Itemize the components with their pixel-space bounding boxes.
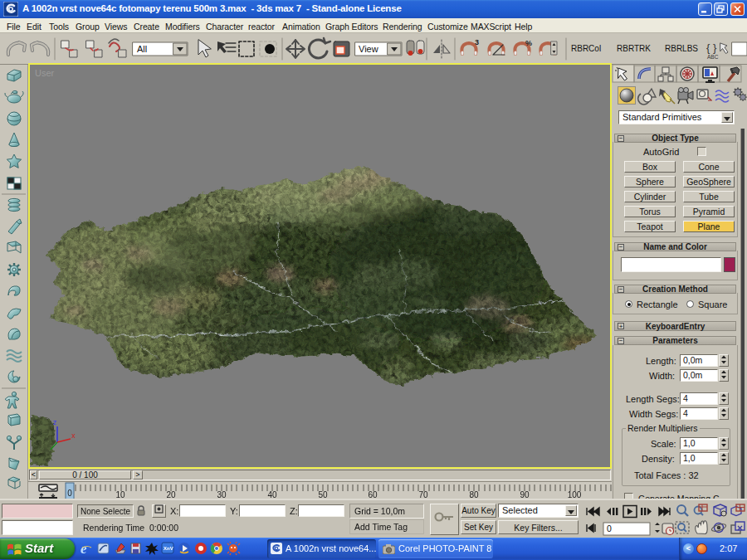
svg-text:RBRCol: RBRCol <box>571 44 601 53</box>
svg-text:{ }: { } <box>706 41 717 54</box>
svg-text:3: 3 <box>475 38 479 46</box>
svg-text:z: z <box>53 418 57 426</box>
svg-text:0: 0 <box>607 523 612 533</box>
svg-text:All: All <box>137 44 147 54</box>
svg-text:View: View <box>359 44 378 54</box>
svg-text:ABC: ABC <box>707 54 719 60</box>
svg-text:RBRLBS: RBRLBS <box>665 44 698 53</box>
svg-text:x: x <box>71 431 76 440</box>
svg-text:0: 0 <box>67 489 72 498</box>
svg-text:RBRTRK: RBRTRK <box>617 44 651 53</box>
svg-text:e: e <box>81 541 87 557</box>
svg-text:%: % <box>525 39 532 47</box>
svg-text:XnV: XnV <box>164 546 173 551</box>
